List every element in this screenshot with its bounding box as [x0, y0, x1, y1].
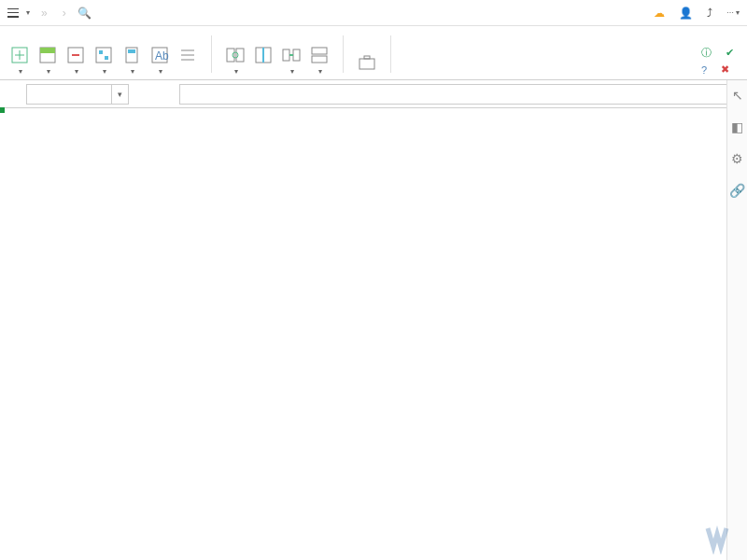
ribbon: ▾ ▾ ▾ ▾ ▾ Ab▾ ▾ ▾ ▾ ⓘ ✔ ? ✖: [0, 26, 747, 80]
svg-rect-25: [312, 56, 327, 63]
share-button[interactable]: ⤴: [707, 7, 715, 20]
name-box[interactable]: [26, 84, 112, 105]
panel-icon[interactable]: ◧: [731, 119, 743, 134]
split-table-button[interactable]: ▾: [309, 45, 330, 76]
data-compare-button[interactable]: ▾: [225, 45, 246, 76]
calc-icon: [121, 45, 142, 65]
ribbon-right: ⓘ ✔ ? ✖: [701, 46, 738, 76]
divider: [211, 35, 212, 73]
unsaved-indicator[interactable]: ☁: [654, 7, 668, 20]
info-icon: ⓘ: [701, 46, 712, 60]
separator: »: [37, 7, 51, 20]
share-icon: ⤴: [707, 7, 712, 20]
finance-button[interactable]: [357, 51, 377, 76]
feedback-button[interactable]: ? ✖: [701, 63, 738, 76]
command-search[interactable]: 🔍: [70, 7, 102, 20]
wps-logo-icon: [704, 521, 738, 554]
link-icon[interactable]: 🔗: [729, 183, 745, 198]
svg-rect-11: [128, 49, 135, 53]
insert-button[interactable]: ▾: [9, 45, 30, 76]
briefcase-icon: [357, 51, 377, 72]
adv-split-button[interactable]: [253, 45, 274, 76]
svg-rect-7: [96, 48, 111, 63]
formula-input[interactable]: [179, 84, 741, 105]
divider: [343, 35, 344, 73]
format-icon: [93, 45, 114, 65]
svg-rect-24: [312, 48, 327, 54]
hamburger-icon: [7, 8, 19, 18]
side-panel: ↖ ◧ ⚙ 🔗: [726, 80, 747, 560]
text-button[interactable]: Ab▾: [149, 45, 170, 76]
settings-icon[interactable]: ⚙: [731, 151, 743, 166]
person-icon: 👤: [679, 7, 693, 20]
svg-point-19: [233, 52, 238, 58]
ribbon-group-edit: ▾ ▾ ▾ ▾ ▾ Ab▾: [9, 45, 198, 76]
insert-icon: [9, 45, 30, 65]
svg-rect-9: [105, 56, 108, 60]
separator: ›: [59, 7, 70, 20]
help-button[interactable]: ⓘ ✔: [701, 46, 738, 60]
fill-icon: [37, 45, 58, 65]
close-icon: ✖: [721, 63, 729, 76]
cursor-icon[interactable]: ↖: [732, 88, 743, 103]
divider: [390, 35, 391, 73]
toc-button[interactable]: [177, 45, 198, 76]
svg-rect-17: [227, 49, 234, 62]
svg-rect-23: [293, 49, 300, 61]
delete-icon: [65, 45, 86, 65]
menubar-right: ☁ 👤 ⤴ ⋯ ▾: [654, 7, 747, 20]
watermark: [704, 521, 738, 554]
chevron-down-icon: ▾: [26, 8, 30, 17]
svg-text:Ab: Ab: [155, 49, 169, 63]
svg-rect-8: [99, 50, 103, 54]
split-table-icon: [309, 45, 330, 65]
svg-rect-27: [364, 56, 370, 59]
selection-rect: [0, 108, 4, 112]
svg-rect-18: [236, 49, 244, 62]
svg-rect-4: [40, 48, 55, 53]
file-menu[interactable]: ▾: [0, 8, 37, 18]
svg-rect-22: [283, 49, 289, 61]
name-box-dropdown[interactable]: ▾: [112, 84, 129, 105]
calc-button[interactable]: ▾: [121, 45, 142, 76]
svg-rect-26: [359, 59, 374, 69]
formula-bar: ▾: [0, 80, 747, 108]
split-col-icon: [253, 45, 274, 65]
menubar: ▾ » › 🔍 ☁ 👤 ⤴ ⋯ ▾: [0, 0, 747, 26]
delete-button[interactable]: ▾: [65, 45, 86, 76]
merge-table-button[interactable]: ▾: [281, 45, 302, 76]
format-button[interactable]: ▾: [93, 45, 114, 76]
merge-icon: [281, 45, 302, 65]
text-icon: Ab: [149, 45, 170, 65]
question-icon: ?: [701, 64, 707, 76]
collab-button[interactable]: 👤: [679, 7, 696, 20]
search-icon: 🔍: [78, 7, 92, 20]
chevron-down-icon[interactable]: ⋯ ▾: [726, 8, 740, 17]
check-icon: ✔: [726, 47, 734, 59]
ribbon-group-table: ▾ ▾ ▾: [225, 45, 330, 76]
cloud-icon: ☁: [654, 7, 665, 20]
fill-button[interactable]: ▾: [37, 45, 58, 76]
compare-icon: [225, 45, 246, 65]
toc-icon: [177, 45, 198, 65]
